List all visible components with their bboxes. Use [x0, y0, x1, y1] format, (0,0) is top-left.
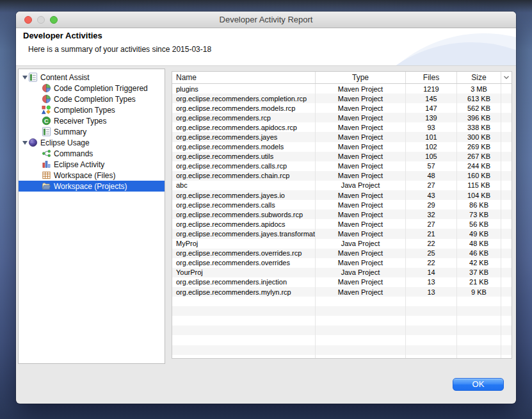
table-row-empty: [172, 355, 512, 359]
cell-type: Maven Project: [316, 94, 406, 103]
cell-size: 613 KB: [457, 94, 501, 103]
tree-item-code-completion-types[interactable]: Code Completion Types: [19, 94, 165, 104]
cell-name: org.eclipse.recommenders.overrides: [172, 258, 316, 268]
cell-type: Maven Project: [316, 152, 406, 161]
table-row[interactable]: org.eclipse.recommenders.completion.rcpM…: [172, 94, 512, 103]
disclosure-triangle-icon[interactable]: [21, 141, 28, 145]
cell-size: 49 KB: [457, 229, 501, 238]
window-title: Developer Activity Report: [16, 12, 516, 28]
cell-type: Maven Project: [316, 171, 406, 181]
table-row[interactable]: pluginsMaven Project12193 MB: [172, 84, 512, 94]
ok-button[interactable]: OK: [453, 378, 504, 391]
table-row-empty: [172, 306, 512, 316]
cell-files: 27: [406, 181, 457, 190]
zoom-button[interactable]: [50, 16, 58, 24]
cell-spacer: [501, 132, 512, 142]
tree-item-content-assist[interactable]: Content Assist: [19, 72, 165, 83]
column-header-name[interactable]: Name: [172, 72, 316, 83]
table-row[interactable]: org.eclipse.recommenders.injectionMaven …: [172, 277, 512, 287]
cell-type: Java Project: [316, 239, 406, 249]
column-options-chevron-icon[interactable]: [501, 72, 512, 83]
open-folder-icon: [42, 181, 51, 191]
cell-files: 21: [406, 229, 457, 238]
cell-type: [316, 325, 406, 335]
table-row[interactable]: org.eclipse.recommenders.overrides.rcpMa…: [172, 249, 512, 258]
table-row[interactable]: org.eclipse.recommenders.calls.rcpMaven …: [172, 161, 512, 171]
column-header-type[interactable]: Type: [316, 72, 406, 83]
cell-size: 46 KB: [457, 249, 501, 258]
cell-files: 139: [406, 113, 457, 122]
cell-size: [457, 316, 501, 325]
table-row[interactable]: MyProjJava Project2248 KB: [172, 239, 512, 249]
table-row[interactable]: org.eclipse.recommenders.rcpMaven Projec…: [172, 113, 512, 122]
cell-type: Maven Project: [316, 277, 406, 287]
table-row-empty: [172, 345, 512, 355]
cell-type: [316, 316, 406, 325]
column-header-size[interactable]: Size: [457, 72, 501, 83]
cell-name: [172, 335, 316, 345]
table-row[interactable]: org.eclipse.recommenders.overridesMaven …: [172, 258, 512, 268]
cell-type: Maven Project: [316, 200, 406, 210]
sphere-icon: [28, 138, 38, 147]
cell-size: 48 KB: [457, 239, 501, 249]
close-button[interactable]: [24, 16, 32, 24]
table-row[interactable]: org.eclipse.recommenders.apidocsMaven Pr…: [172, 219, 512, 229]
cell-files: [406, 306, 457, 316]
table-row[interactable]: org.eclipse.recommenders.utilsMaven Proj…: [172, 152, 512, 161]
cell-files: 22: [406, 258, 457, 268]
table-row[interactable]: org.eclipse.recommenders.subwords.rcpMav…: [172, 210, 512, 219]
table-row[interactable]: abcJava Project27115 KB: [172, 181, 512, 190]
table-row[interactable]: org.eclipse.recommenders.mylyn.rcpMaven …: [172, 287, 512, 297]
tree-item-summary[interactable]: Summary: [19, 126, 165, 137]
cell-size: 562 KB: [457, 103, 501, 113]
table-row[interactable]: org.eclipse.recommenders.apidocs.rcpMave…: [172, 122, 512, 132]
cell-files: [406, 297, 457, 306]
cell-size: 300 KB: [457, 132, 501, 142]
tree-item-eclipse-usage[interactable]: Eclipse Usage: [19, 137, 165, 148]
table-row[interactable]: org.eclipse.recommenders.modelsMaven Pro…: [172, 142, 512, 152]
cell-size: [457, 345, 501, 355]
table-row[interactable]: org.eclipse.recommenders.chain.rcpMaven …: [172, 171, 512, 181]
disclosure-triangle-icon[interactable]: [21, 76, 28, 79]
cell-files: 48: [406, 171, 457, 181]
cell-files: 93: [406, 122, 457, 132]
tree-item-eclipse-activity[interactable]: Eclipse Activity: [19, 159, 165, 170]
cell-size: 56 KB: [457, 219, 501, 229]
tree-item-completion-types[interactable]: Completion Types: [19, 104, 165, 115]
tree-item-code-completion-triggered[interactable]: Code Completion Triggered: [19, 83, 165, 94]
table-row[interactable]: org.eclipse.recommenders.jayes.ioMaven P…: [172, 190, 512, 200]
cell-files: 13: [406, 287, 457, 297]
tree-item-commands[interactable]: Commands: [19, 148, 165, 159]
table-row[interactable]: org.eclipse.recommenders.jayes.transform…: [172, 229, 512, 238]
activity-tree-panel: Content AssistCode Completion TriggeredC…: [18, 69, 165, 364]
table-row[interactable]: org.eclipse.recommenders.jayesMaven Proj…: [172, 132, 512, 142]
cell-spacer: [501, 277, 512, 287]
cell-files: 22: [406, 239, 457, 249]
cell-size: 37 KB: [457, 268, 501, 277]
cell-spacer: [501, 306, 512, 316]
table-row[interactable]: org.eclipse.recommenders.callsMaven Proj…: [172, 200, 512, 210]
cell-size: 21 KB: [457, 277, 501, 287]
cell-spacer: [501, 84, 512, 94]
tree-item-workspace-files[interactable]: Workspace (Files): [19, 170, 165, 181]
cell-name: YourProj: [172, 268, 316, 277]
cell-type: Maven Project: [316, 219, 406, 229]
cell-spacer: [501, 181, 512, 190]
table-row[interactable]: org.eclipse.recommenders.models.rcpMaven…: [172, 103, 512, 113]
cell-spacer: [501, 239, 512, 249]
column-header-files[interactable]: Files: [406, 72, 457, 83]
tree-item-workspace-projects[interactable]: Workspace (Projects): [19, 181, 165, 192]
tree-item-label: Code Completion Types: [54, 95, 136, 104]
tree-item-receiver-types[interactable]: CReceiver Types: [19, 115, 165, 126]
cell-name: [172, 297, 316, 306]
table-row-empty: [172, 316, 512, 325]
minimize-button[interactable]: [37, 16, 45, 24]
table-row-empty: [172, 335, 512, 345]
cell-spacer: [501, 113, 512, 122]
svg-text:C: C: [44, 118, 49, 124]
table-row[interactable]: YourProjJava Project1437 KB: [172, 268, 512, 277]
cell-spacer: [501, 161, 512, 171]
cell-name: abc: [172, 181, 316, 190]
pie-chart-icon: [42, 94, 51, 104]
window-titlebar[interactable]: Developer Activity Report: [16, 12, 516, 28]
